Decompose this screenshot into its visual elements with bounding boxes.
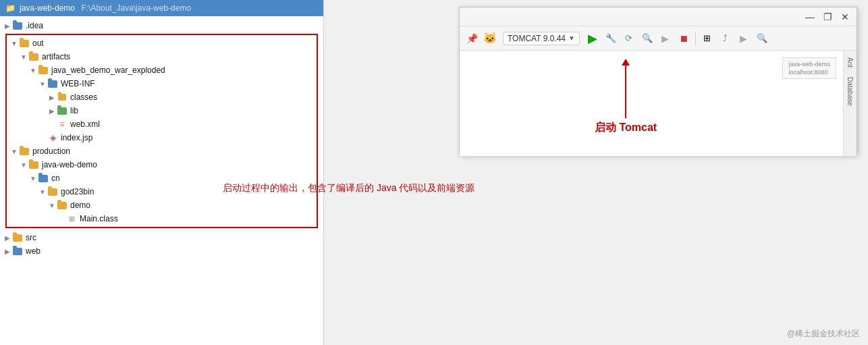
arrow-production: ▼ bbox=[9, 148, 19, 155]
arrow-annotation: 启动 Tomcat bbox=[595, 64, 657, 135]
label-webinf: WEB-INF bbox=[61, 79, 95, 88]
label-demo: demo bbox=[70, 201, 90, 210]
tree-item-out[interactable]: ▼ out bbox=[7, 36, 317, 50]
label-out: out bbox=[32, 38, 44, 48]
side-label-database[interactable]: Database bbox=[845, 73, 855, 110]
tree-item-mainclass[interactable]: ⊞ Main.class bbox=[7, 212, 317, 225]
folder-icon-webinf bbox=[47, 78, 58, 89]
label-classes: classes bbox=[70, 92, 97, 102]
arrow-cn: ▼ bbox=[28, 175, 38, 182]
out-section: ▼ out ▼ artifacts ▼ java_web_demo_war_ex… bbox=[5, 34, 318, 228]
tomcat-server-name: TOMCAT 9.0.44 bbox=[508, 34, 566, 43]
arrow-web: ▶ bbox=[3, 248, 12, 255]
label-indexjsp: index.jsp bbox=[61, 133, 92, 142]
annotation-text: 启动过程中的输出，包含了编译后的 Java 代码以及前端资源 bbox=[223, 182, 474, 194]
tree-item-web[interactable]: ▶ web bbox=[0, 244, 323, 258]
label-src: src bbox=[26, 233, 36, 242]
find-button[interactable]: 🔍 bbox=[754, 30, 770, 47]
folder-icon-demo bbox=[57, 200, 67, 211]
tree-header: 📁 java-web-demo F:\About_Java\java-web-d… bbox=[0, 0, 323, 16]
label-webxml: web.xml bbox=[70, 120, 100, 129]
toolbar: 📌 🐱 TOMCAT 9.0.44 ▼ ▶ 🔧 ⟳ 🔍 ▶ ⏹ ⊞ ⤴ ▶ 🔍 bbox=[460, 26, 857, 51]
label-cn: cn bbox=[51, 174, 60, 183]
run-button[interactable]: ▶ bbox=[585, 30, 601, 47]
tree-item-demo[interactable]: ▼ demo bbox=[7, 198, 317, 212]
arrow-webinf: ▼ bbox=[38, 80, 47, 88]
folder-icon-war-exploded bbox=[38, 65, 49, 76]
label-production: production bbox=[32, 147, 70, 156]
folder-icon-production bbox=[19, 146, 30, 157]
tree-item-lib[interactable]: ▶ lib bbox=[7, 104, 317, 117]
label-jwdprod: java-web-demo bbox=[42, 160, 97, 169]
project-title: java-web-demo F:\About_Java\java-web-dem… bbox=[20, 3, 191, 13]
arrow-lib: ▶ bbox=[47, 107, 57, 115]
window-titlebar: — ❐ ✕ bbox=[460, 7, 857, 26]
tree-item-src[interactable]: ▶ src bbox=[0, 231, 323, 244]
toolbar-tomcat-icon: 🐱 bbox=[482, 30, 498, 47]
tree-item-war-exploded[interactable]: ▼ java_web_demo_war_exploded bbox=[7, 63, 317, 77]
project-icon: 📁 bbox=[5, 3, 16, 13]
folder-icon-out bbox=[19, 38, 30, 49]
arrow-label: 启动 Tomcat bbox=[595, 121, 657, 135]
arrow-jwdprod: ▼ bbox=[19, 161, 28, 169]
label-mainclass: Main.class bbox=[80, 214, 118, 223]
label-war-exploded: java_web_demo_war_exploded bbox=[51, 65, 165, 75]
reload-button[interactable]: ⟳ bbox=[621, 30, 637, 47]
file-icon-indexjsp: ◈ bbox=[47, 132, 58, 143]
tree-item-classes[interactable]: ▶ classes bbox=[7, 90, 317, 104]
label-idea: .idea bbox=[26, 21, 43, 30]
restore-button[interactable]: ❐ bbox=[821, 11, 834, 23]
folder-icon-idea bbox=[12, 20, 23, 31]
stop-button[interactable]: ⏹ bbox=[676, 30, 692, 47]
side-label-ant[interactable]: Ant bbox=[845, 53, 855, 72]
label-artifacts: artifacts bbox=[42, 52, 70, 61]
file-tree-panel: 📁 java-web-demo F:\About_Java\java-web-d… bbox=[0, 0, 324, 345]
arrow-artifacts: ▼ bbox=[19, 53, 28, 61]
arrow-idea: ▶ bbox=[3, 22, 12, 30]
separator-1 bbox=[695, 32, 696, 45]
label-web: web bbox=[26, 246, 40, 256]
file-icon-webxml: ≡ bbox=[57, 119, 67, 130]
label-god23bin: god23bin bbox=[61, 187, 94, 196]
folder-icon-god23bin bbox=[47, 186, 58, 197]
tomcat-chevron-icon: ▼ bbox=[568, 34, 575, 42]
label-lib: lib bbox=[70, 106, 78, 115]
arrow-war-exploded: ▼ bbox=[28, 67, 38, 74]
arrow-src: ▶ bbox=[3, 234, 12, 242]
arrow-demo: ▼ bbox=[47, 202, 57, 209]
toolbar-pin-btn[interactable]: 📌 bbox=[464, 30, 480, 47]
tomcat-window: — ❐ ✕ 📌 🐱 TOMCAT 9.0.44 ▼ ▶ 🔧 ⟳ 🔍 ▶ ⏹ ⊞ … bbox=[459, 7, 857, 155]
folder-icon-web bbox=[12, 246, 23, 257]
folder-icon-classes bbox=[57, 92, 67, 103]
tree-item-idea[interactable]: ▶ .idea bbox=[0, 19, 323, 32]
folder-icon-src bbox=[12, 232, 23, 243]
arrow-classes: ▶ bbox=[47, 94, 57, 101]
arrow-god23bin: ▼ bbox=[38, 188, 47, 196]
tree-item-production[interactable]: ▼ production bbox=[7, 144, 317, 158]
window-main: 启动 Tomcat java-web-demo localhost:8080 bbox=[460, 51, 843, 156]
tree-content[interactable]: ▶ .idea ▼ out ▼ artifacts ▼ java_web_d bbox=[0, 16, 323, 345]
layout-button[interactable]: ⊞ bbox=[699, 30, 715, 47]
arrow-out: ▼ bbox=[9, 40, 19, 47]
folder-icon-cn bbox=[38, 173, 49, 184]
folder-icon-artifacts bbox=[28, 51, 39, 62]
arrow-shaft bbox=[625, 64, 626, 118]
folder-icon-jwdprod bbox=[28, 159, 39, 170]
step-over-button[interactable]: ▶ bbox=[657, 30, 674, 47]
tree-item-artifacts[interactable]: ▼ artifacts bbox=[7, 50, 317, 63]
tree-item-webxml[interactable]: ≡ web.xml bbox=[7, 117, 317, 131]
tomcat-selector[interactable]: TOMCAT 9.0.44 ▼ bbox=[503, 32, 580, 45]
close-button[interactable]: ✕ bbox=[839, 11, 851, 23]
debug-button[interactable]: 🔧 bbox=[603, 30, 619, 47]
tree-item-webinf[interactable]: ▼ WEB-INF bbox=[7, 77, 317, 90]
deploy-button[interactable]: ⤴ bbox=[717, 30, 734, 47]
search-button[interactable]: 🔍 bbox=[639, 30, 655, 47]
watermark: @稀土掘金技术社区 bbox=[787, 328, 860, 340]
folder-icon-lib bbox=[57, 105, 67, 116]
window-info-box: java-web-demo localhost:8080 bbox=[782, 57, 836, 79]
tree-item-indexjsp[interactable]: ◈ index.jsp bbox=[7, 131, 317, 144]
file-icon-mainclass: ⊞ bbox=[66, 213, 77, 224]
run2-button[interactable]: ▶ bbox=[736, 30, 752, 47]
minimize-button[interactable]: — bbox=[804, 11, 816, 23]
tree-item-jwdprod[interactable]: ▼ java-web-demo bbox=[7, 158, 317, 171]
